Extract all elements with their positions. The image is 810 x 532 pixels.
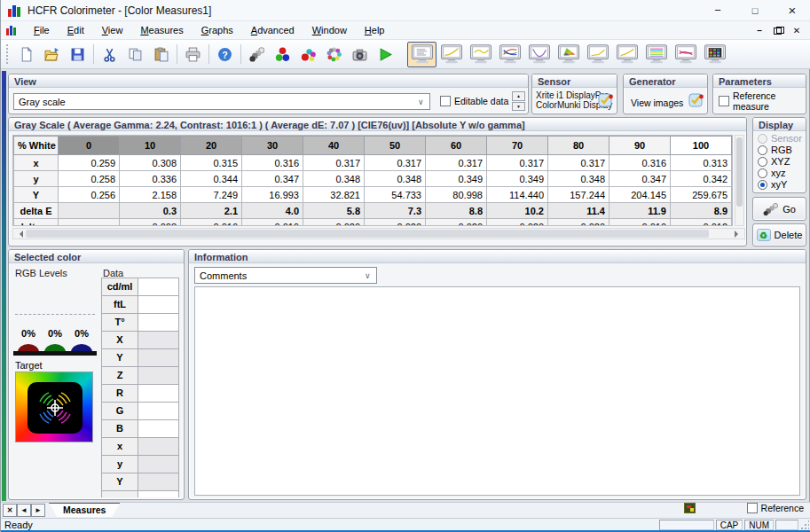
- table-cell[interactable]: 0.259: [59, 155, 120, 171]
- view-nearblack-button[interactable]: [583, 42, 612, 67]
- data-row-value[interactable]: [138, 455, 179, 473]
- tab-measures[interactable]: Measures: [49, 503, 120, 517]
- data-row-value[interactable]: [138, 278, 179, 295]
- table-cell[interactable]: 0.008: [120, 219, 181, 227]
- view-select[interactable]: Gray scale: [13, 93, 430, 110]
- scroll-right-icon[interactable]: [735, 231, 742, 238]
- help-button[interactable]: ?: [212, 43, 238, 66]
- data-row-value[interactable]: [138, 331, 179, 348]
- print-button[interactable]: [180, 43, 206, 66]
- table-cell[interactable]: 0.336: [120, 171, 181, 187]
- col-header-30[interactable]: 30: [242, 137, 303, 155]
- view-colorchecker-button[interactable]: [700, 42, 729, 67]
- spinner-down-icon[interactable]: ▼: [512, 102, 525, 112]
- table-cell[interactable]: 0.019: [242, 219, 303, 227]
- mdi-restore-button[interactable]: [774, 27, 782, 35]
- view-luminance-button[interactable]: [466, 42, 495, 67]
- reference-measure-checkbox[interactable]: Reference measure: [719, 90, 803, 112]
- table-cell[interactable]: 0.020: [365, 219, 426, 227]
- secondaries-measure-button[interactable]: [295, 43, 321, 66]
- table-cell[interactable]: 0.020: [426, 219, 487, 227]
- data-row-value[interactable]: [138, 384, 179, 402]
- comments-textarea[interactable]: [194, 286, 800, 496]
- new-button[interactable]: [13, 43, 39, 66]
- col-header-20[interactable]: 20: [181, 137, 242, 155]
- table-cell[interactable]: 80.998: [426, 187, 487, 203]
- table-cell[interactable]: 5.8: [303, 203, 365, 219]
- col-header-100[interactable]: 100: [671, 137, 732, 155]
- table-cell[interactable]: 7.3: [365, 203, 426, 219]
- table-cell[interactable]: 0.313: [671, 155, 732, 171]
- data-row-value[interactable]: [138, 348, 179, 366]
- menu-edit[interactable]: Edit: [59, 23, 92, 37]
- table-cell[interactable]: 2.158: [120, 187, 181, 203]
- primaries-measure-button[interactable]: [270, 43, 295, 66]
- maximize-button[interactable]: [736, 0, 774, 20]
- mdi-close-button[interactable]: [791, 26, 802, 35]
- table-cell[interactable]: 0.317: [365, 155, 426, 171]
- table-cell[interactable]: 0.3: [120, 203, 181, 219]
- view-levels-button[interactable]: [641, 42, 671, 67]
- scroll-left-icon[interactable]: [16, 231, 23, 238]
- tab-prev-button[interactable]: ◄: [17, 504, 31, 517]
- view-cie-button[interactable]: [554, 42, 583, 67]
- view-tracking-button[interactable]: [671, 42, 700, 67]
- table-cell[interactable]: 0.348: [365, 171, 426, 187]
- table-cell[interactable]: 0.020: [487, 219, 548, 227]
- open-button[interactable]: [39, 43, 65, 66]
- table-cell[interactable]: 0.317: [487, 155, 548, 171]
- grayscale-table[interactable]: % White0102030405060708090100x0.2590.308…: [12, 135, 733, 226]
- copy-button[interactable]: [122, 43, 148, 66]
- spinner-up-icon[interactable]: ▲: [512, 91, 525, 101]
- data-row-value[interactable]: [138, 295, 179, 313]
- display-option-rgb[interactable]: RGB: [758, 145, 806, 155]
- table-cell[interactable]: 0.347: [242, 171, 303, 187]
- display-option-xyz[interactable]: XYZ: [758, 156, 806, 167]
- display-option-xyy[interactable]: xyY: [758, 179, 806, 190]
- table-cell[interactable]: 0.317: [548, 155, 609, 171]
- table-cell[interactable]: 0.020: [548, 219, 609, 227]
- editable-data-checkbox[interactable]: Editable data: [440, 96, 508, 106]
- view-nearwhite-button[interactable]: [612, 42, 641, 67]
- table-cell[interactable]: 0.348: [303, 171, 365, 187]
- data-row-value[interactable]: [138, 366, 179, 384]
- cut-button[interactable]: [97, 43, 122, 66]
- table-cell[interactable]: [59, 219, 120, 227]
- table-cell[interactable]: 0.317: [303, 155, 365, 171]
- resize-grip[interactable]: [800, 520, 809, 530]
- vertical-scrollbar[interactable]: [735, 135, 744, 226]
- grayscale-measure-button[interactable]: [244, 43, 270, 66]
- reference-checkbox[interactable]: Reference: [747, 503, 804, 513]
- table-cell[interactable]: 0.308: [120, 155, 181, 171]
- table-cell[interactable]: 259.675: [671, 187, 732, 203]
- data-row-value[interactable]: [138, 402, 179, 419]
- minimize-button[interactable]: [699, 0, 736, 20]
- col-header-60[interactable]: 60: [426, 137, 487, 155]
- table-cell[interactable]: 0.317: [426, 155, 487, 171]
- table-cell[interactable]: 0.316: [609, 155, 671, 171]
- table-cell[interactable]: 114.440: [487, 187, 548, 203]
- data-row-value[interactable]: [138, 313, 179, 331]
- scrollbar-thumb[interactable]: [26, 230, 709, 238]
- col-header-50[interactable]: 50: [365, 137, 426, 155]
- menu-help[interactable]: Help: [357, 23, 393, 37]
- table-cell[interactable]: 0.258: [59, 171, 120, 187]
- table-cell[interactable]: 0.348: [548, 171, 609, 187]
- col-header-10[interactable]: 10: [120, 137, 181, 155]
- table-cell[interactable]: 2.1: [181, 203, 242, 219]
- col-header-80[interactable]: 80: [548, 137, 609, 155]
- display-option-xyz[interactable]: xyz: [758, 168, 806, 178]
- table-cell[interactable]: 157.244: [548, 187, 609, 203]
- comments-select[interactable]: Comments: [194, 267, 377, 284]
- table-cell[interactable]: 0.256: [59, 187, 120, 203]
- data-row-value[interactable]: [138, 419, 179, 437]
- menu-measures[interactable]: Measures: [132, 23, 191, 37]
- table-cell[interactable]: 8.8: [426, 203, 487, 219]
- data-row-value[interactable]: [138, 490, 179, 497]
- menu-file[interactable]: File: [26, 23, 58, 37]
- table-cell[interactable]: 7.249: [181, 187, 242, 203]
- menu-advanced[interactable]: Advanced: [243, 23, 303, 37]
- col-header-90[interactable]: 90: [609, 137, 671, 155]
- table-cell[interactable]: 0.315: [181, 155, 242, 171]
- paste-button[interactable]: [148, 43, 174, 66]
